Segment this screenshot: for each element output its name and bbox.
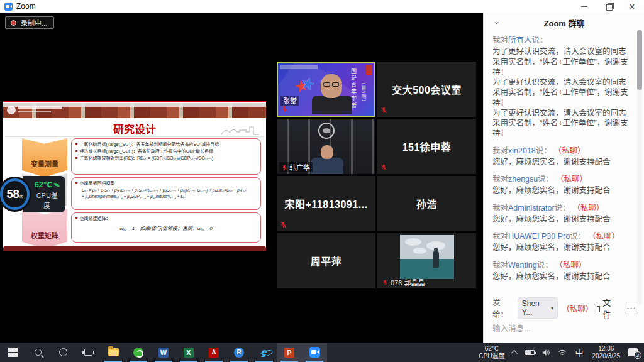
private-chat-label: （私聊）	[562, 302, 590, 314]
chat-message: 我对Wenting说：（私聊） 您好，麻烦您实名，谢谢支持配合	[492, 260, 633, 282]
muted-mic-icon	[280, 221, 287, 229]
recipient-dropdown[interactable]: Shen Y... ▾	[518, 297, 558, 319]
excel-icon: X	[184, 348, 194, 358]
participant-video-person	[321, 74, 352, 114]
task-view-button[interactable]	[75, 343, 101, 362]
muted-mic-icon	[281, 105, 288, 113]
chat-message-input[interactable]: 输入消息...	[492, 322, 631, 334]
clock[interactable]: 12:36 2020/3/25	[588, 345, 625, 359]
chat-message: 我对zhengsu说：（私聊） 您好，麻烦您实名，谢谢支持配合	[492, 174, 633, 196]
banner-session-text: （第3期）	[360, 79, 367, 105]
powerpoint-button[interactable]: P	[277, 343, 302, 362]
video-tile-guojingjing[interactable]: 076 郭晶晶	[377, 233, 476, 288]
chat-scrollbar-thumb[interactable]	[637, 30, 642, 90]
cortana-button[interactable]	[50, 343, 75, 362]
university-logo	[7, 106, 16, 114]
minimize-button[interactable]	[572, 0, 596, 13]
cpu-temperature-readout: 62℃ CPU温度	[23, 176, 65, 212]
chat-message: 我对所有人说： 为了更好认识交流，请入会议室的同志采用实名制，“姓名+工作单位”…	[492, 35, 633, 139]
folder-icon	[108, 348, 119, 356]
slide-title-divider	[6, 136, 264, 137]
network-indicator[interactable]	[554, 349, 570, 356]
zoom-icon	[309, 347, 320, 358]
chat-panel: ⌄ Zoom 群聊 我对所有人说： 为了更好认识交流，请入会议室的同志采用实名制…	[483, 13, 644, 343]
wall-emblem	[318, 123, 335, 139]
participant-name-label: 韩广华	[279, 162, 313, 172]
slide-content-box-1: 二氧化硫目标(Target_SO₂)：各五年规划期间分配给各省的SO₂减排目标 …	[71, 138, 261, 175]
slide-content-box-3: 空间邻接矩阵： wᵢ,ⱼ = 1，如果i省与j省邻接；否则，wᵢ,ⱼ = 0	[71, 212, 261, 243]
restore-button[interactable]	[596, 0, 620, 13]
slide-row-label-3: 权重矩阵	[22, 209, 67, 249]
video-tile-sunhao[interactable]: 孙浩	[377, 176, 476, 231]
meeting-area: 录制中... 研究设计 变量测量 权重矩阵 二氧化硫目标(Target_SO₂)…	[0, 13, 483, 343]
windows-taskbar: W X A R e P 62℃ CPU温度 中 12:36 2020/3/25 …	[0, 343, 644, 362]
slide-footer-bar	[3, 246, 266, 251]
skyline-sketch-icon	[221, 124, 260, 136]
chevron-up-icon	[511, 349, 518, 356]
recording-label: 录制中...	[21, 18, 47, 28]
windows-logo-icon	[8, 348, 18, 357]
corner-badge	[366, 65, 372, 75]
recording-dot-icon	[11, 20, 16, 26]
person-silhouette	[433, 251, 439, 268]
slide-header-image	[3, 103, 266, 118]
wifi-icon	[558, 349, 567, 356]
battery-icon	[525, 350, 535, 355]
window-controls: ✕	[572, 0, 644, 13]
file-icon	[594, 304, 600, 312]
volume-indicator[interactable]	[538, 349, 554, 356]
chat-message: 我对xin2018说：（私聊） 您好，麻烦您实名，谢谢支持配合	[492, 146, 633, 168]
participant-name-label: 076 郭晶晶	[382, 277, 425, 287]
zoom-taskbar-button[interactable]	[302, 343, 327, 362]
leaf-icon	[53, 182, 60, 188]
360-browser-icon	[133, 348, 143, 358]
muted-mic-icon	[382, 279, 388, 286]
chat-header: ⌄ Zoom 群聊	[484, 13, 644, 33]
file-button[interactable]: 文件	[594, 296, 617, 320]
more-options-button[interactable]: ···	[625, 302, 638, 314]
chat-footer: 发给： Shen Y... ▾ （私聊） 文件 ···	[484, 299, 644, 317]
slide-content-box-2: 空间面板回归模型 Gᵢ,ₜ = β₀ + β₁Sᵢ,ₜ + β₂REᵢ,ₜ₋₁ …	[71, 177, 261, 210]
taskbar-search-button[interactable]	[25, 343, 50, 362]
word-icon: W	[158, 348, 169, 358]
chat-message: 我对Administrator说：（私聊） 您好，麻烦您实名，谢谢支持配合	[492, 203, 633, 225]
browser-360-button[interactable]	[126, 343, 151, 362]
chevron-down-icon: ▾	[551, 305, 554, 311]
muted-mic-icon	[380, 106, 387, 114]
speaker-icon	[542, 349, 550, 356]
video-tile-hanguanghua[interactable]: 韩广华	[277, 119, 375, 174]
cpu-temperature-widget: 58% 62℃ CPU温度	[0, 176, 65, 212]
video-tile-zhangpan[interactable]: ★★ 国是青年学者 （第3期） 张攀	[277, 62, 375, 117]
send-to-label: 发给：	[492, 296, 514, 320]
excel-button[interactable]: X	[176, 343, 201, 362]
video-tile-zhoupingping[interactable]: 周平萍	[277, 233, 375, 288]
muted-mic-icon	[282, 164, 287, 171]
acrobat-icon: A	[209, 348, 219, 358]
r-app-button[interactable]: R	[226, 343, 252, 362]
tray-cpu-temperature[interactable]: 62℃ CPU温度	[474, 345, 509, 359]
battery-indicator[interactable]	[521, 350, 538, 355]
word-button[interactable]: W	[151, 343, 176, 362]
ime-indicator[interactable]: 中	[570, 346, 587, 358]
participant-video-person	[316, 145, 343, 174]
video-tile-songyang[interactable]: 宋阳+11813091...	[277, 176, 375, 231]
window-title: Zoom	[16, 2, 36, 11]
chat-message-list: 我对所有人说： 为了更好认识交流，请入会议室的同志采用实名制，“姓名+工作单位”…	[484, 34, 636, 285]
start-button[interactable]	[0, 343, 25, 362]
window-titlebar: Zoom ✕	[0, 0, 644, 13]
video-tile-jiaoda500[interactable]: 交大500会议室	[377, 62, 476, 117]
task-view-icon	[84, 349, 92, 356]
file-explorer-button[interactable]	[101, 343, 126, 362]
internet-explorer-icon: e	[261, 347, 267, 358]
action-center-button[interactable]: 2	[628, 348, 638, 356]
participant-name-label: 张攀	[280, 96, 299, 106]
close-button[interactable]: ✕	[620, 0, 644, 13]
recording-indicator[interactable]: 录制中...	[5, 16, 54, 29]
slide-row-label-1: 变量测量	[22, 138, 67, 177]
hidden-icons-button[interactable]	[509, 350, 521, 355]
video-gallery: ★★ 国是青年学者 （第3期） 张攀 交大500会议室	[277, 62, 477, 288]
video-tile-xushenrong[interactable]: 151徐申蓉	[377, 119, 476, 174]
internet-explorer-button[interactable]: e	[252, 343, 277, 362]
chevron-down-icon[interactable]: ⌄	[492, 18, 501, 26]
acrobat-button[interactable]: A	[201, 343, 226, 362]
